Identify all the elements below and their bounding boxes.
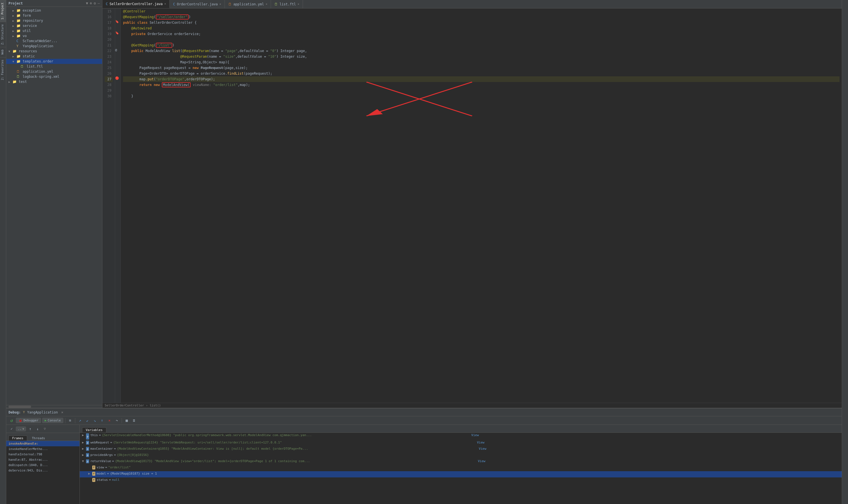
java-app-icon: Y [16,44,21,48]
step-into-button[interactable]: ↙ [84,417,91,424]
tab-variables[interactable]: Variables [82,427,106,432]
sidebar-item-project[interactable]: 1: Project [0,0,6,22]
frame-item-invokeHandlerMeth[interactable]: invokeHandlerMetho... [6,446,79,452]
var-expand-this[interactable]: ▶ [82,433,86,437]
tab-frames[interactable]: Frames [8,435,27,440]
tab-close-icon[interactable]: × [266,2,267,6]
var-item-model[interactable]: ▶ f model = {ModelMap@10187} size = 1 [80,471,842,478]
frame-item-handleInternal[interactable]: handleInternal:798 [6,452,79,457]
tab-close-icon[interactable]: × [164,2,166,5]
tab-threads[interactable]: Threads [28,435,49,440]
tree-item-service[interactable]: ▶ 📁 service [6,23,102,28]
tree-item-form[interactable]: ▶ 📁 form [6,13,102,18]
tree-item-application-yml[interactable]: ▶ 🗒 application.yml [6,69,102,74]
code-line-21: @GetMapping("/list") [123,42,840,48]
run-to-cursor-button[interactable]: ↑ [99,417,105,424]
toolbar-sep-2 [75,418,75,423]
watch-button[interactable]: ▦ [124,417,130,424]
view-link-returnValue[interactable]: View [478,459,840,463]
project-collapse-icon[interactable]: – [97,1,100,5]
debug-title: Debug: [8,410,21,414]
tree-item-templates-order[interactable]: ▼ 📁 templates.order [6,59,102,64]
expand-arrow[interactable]: ▶ [13,14,16,17]
tree-item-YangApplication[interactable]: ▶ Y YangApplication [6,43,102,49]
expand-arrow[interactable]: ▼ [13,60,16,63]
restore-layout-button[interactable]: ≣ [131,417,137,424]
debug-close-icon[interactable]: × [61,410,64,414]
variables-list: ▶ p this = {ServletInvocableHandlerMetho… [80,433,842,504]
frame-item-doService[interactable]: doService:943, Dis... [6,468,79,473]
tree-item-list-ftl[interactable]: ▶ 🗒 list.ftl [6,64,102,69]
var-expand-returnValue[interactable]: ▼ [82,459,86,463]
code-area[interactable]: 15 16 17 18 19 20 21 22 23 24 25 26 27 2… [103,8,842,403]
gutter: 🔖 🔖 @ 🔴 [115,8,121,403]
project-add-icon[interactable]: ⊕ [90,1,92,5]
variables-tab-header: Variables [80,425,842,433]
var-expand-model[interactable]: ▶ [88,472,92,475]
tree-label: vo [23,34,26,38]
frame-item-invokeAndHandle[interactable]: invokeAndHandle: [6,441,79,446]
var-val-returnValue: {ModelAndView@10173} "ModelAndView [view… [115,459,477,463]
tab-OrderController[interactable]: C OrderController.java × [170,0,225,8]
up-icon-btn[interactable]: ✓ [8,426,15,432]
line-num-18: 18 [105,25,112,31]
expand-arrow[interactable]: ▶ [13,9,16,12]
up-btn[interactable]: ↑ [27,426,33,432]
filter-btn[interactable]: ▽ [42,426,48,432]
breadcrumb: SellerOrderController › list() [103,403,842,408]
project-settings-icon[interactable]: ⚙ [94,1,96,5]
expand-arrow[interactable]: ▶ [13,30,16,33]
expand-arrow[interactable]: ▶ [13,35,16,38]
tree-item-logback[interactable]: ▶ 🗒 logback-spring.xml [6,74,102,79]
tree-item-static[interactable]: ▶ 📁 static [6,54,102,59]
stop-button[interactable]: × [106,417,112,424]
frame-filter-dropdown[interactable]: .. ▼ [16,427,26,431]
tree-label: ScTomcatWebSer... [23,39,57,43]
debug-rerun-button[interactable]: ↺ [8,417,15,424]
down-btn[interactable]: ↓ [35,426,41,432]
mute-button[interactable]: ↷ [114,417,120,424]
tab-close-icon[interactable]: × [219,2,221,6]
sidebar-item-web[interactable]: Web [0,47,6,57]
console-button[interactable]: ▶ Console [42,418,64,423]
var-expand-mavContainer[interactable]: ▶ [82,447,86,451]
var-eq: = [107,472,109,475]
right-side-tabs [842,0,848,504]
tab-close-icon[interactable]: × [297,2,299,6]
sidebar-item-structure[interactable]: Z: Structure [0,22,6,47]
tree-item-test[interactable]: ▶ 📁 test [6,79,102,84]
view-link-webRequest[interactable]: View [477,440,840,444]
debugger-button[interactable]: 🐞 Debugger [16,418,41,423]
step-out-button[interactable]: ↘ [92,417,98,424]
code-line-17: public class SellerOrderController { [123,20,840,25]
project-dropdown-icon[interactable]: ▼ [86,1,88,5]
sidebar-item-favorites[interactable]: 2: Favorites [0,57,6,82]
tab-application-yml[interactable]: 🗒 application.yml × [225,0,271,8]
tree-item-repository[interactable]: ▶ 📁 repository [6,18,102,23]
tree-item-resources[interactable]: ▼ 📁 resources [6,49,102,54]
frame-item-handle87[interactable]: handle:87, Abstrac... [6,457,79,463]
settings-icon-btn[interactable]: ≡ [67,417,73,424]
var-expand-webRequest[interactable]: ▶ [82,440,86,444]
frame-method: handle:87, Abstrac... [8,458,48,462]
view-link-mavContainer[interactable]: View [479,447,840,451]
tab-SellerOrderController[interactable]: C SellerOrderController.java × [103,0,170,8]
expand-arrow[interactable]: ▶ [8,80,13,84]
tree-item-vo[interactable]: ▶ 📁 vo [6,33,102,38]
breadcrumb-text: SellerOrderController › list() [105,403,161,407]
expand-arrow[interactable]: ▶ [13,55,16,58]
view-link-this[interactable]: View [471,433,840,437]
var-expand-providedArgs[interactable]: ▶ [82,453,86,457]
tree-item-util[interactable]: ▶ 📁 util [6,28,102,33]
main-container: Project ▼ ⊕ ⚙ – ▶ 📁 exception ▶ 📁 [6,0,842,504]
expand-arrow[interactable]: ▶ [13,24,16,28]
expand-arrow[interactable]: ▶ [13,19,16,22]
tab-list-ftl[interactable]: 🗒 list.ftl × [271,0,303,8]
line-num-22: 22 [105,48,112,54]
expand-arrow[interactable]: ▼ [8,50,13,53]
frame-item-doDispatch[interactable]: doDispatch:1040, D... [6,463,79,468]
folder-icon: 📁 [16,34,21,38]
tree-item-ScTomcatWebSer[interactable]: ▶ C ScTomcatWebSer... [6,38,102,43]
tree-item-exception[interactable]: ▶ 📁 exception [6,8,102,13]
step-over-button[interactable]: ↗ [77,417,83,424]
